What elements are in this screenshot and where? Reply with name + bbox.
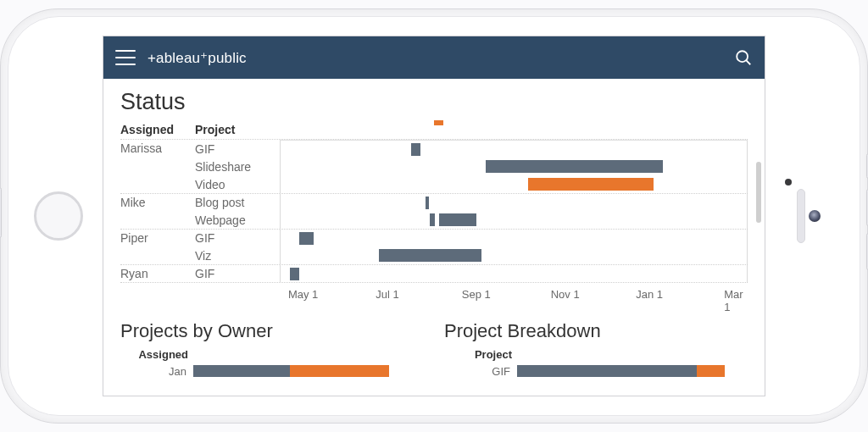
project-label: Webpage	[195, 213, 280, 227]
col-assigned: Assigned	[120, 348, 193, 361]
project-label: Blog post	[195, 196, 280, 209]
owner-row-label: Jan	[120, 365, 193, 378]
projects-by-owner-chart: Projects by Owner Assigned Jan	[120, 307, 424, 379]
gantt-bar[interactable]	[426, 197, 429, 209]
status-gantt-chart: Assigned Project Marissa GIF	[120, 120, 748, 303]
search-icon[interactable]	[734, 48, 753, 67]
app-topbar: +ableau⁺public	[103, 36, 765, 79]
owner-label: Mike	[120, 194, 195, 209]
svg-point-0	[737, 51, 748, 62]
bar-segment[interactable]	[697, 365, 725, 377]
col-assigned: Assigned	[120, 123, 195, 136]
x-axis: May 1 Jul 1 Sep 1 Nov 1 Jan 1 Mar 1	[280, 288, 748, 303]
project-label: GIF	[195, 231, 280, 245]
gantt-bar[interactable]	[411, 143, 420, 156]
status-title: Status	[120, 89, 748, 115]
gantt-bar[interactable]	[439, 213, 476, 226]
dashboard-content[interactable]: Status Assigned Project Marissa GIF	[103, 79, 765, 396]
home-button[interactable]	[34, 191, 83, 241]
menu-icon[interactable]	[115, 50, 136, 65]
svg-line-1	[746, 60, 750, 64]
gantt-bar[interactable]	[290, 268, 299, 280]
project-label: GIF	[195, 267, 280, 280]
phone-shell: +ableau⁺public Status Assigned Project	[0, 8, 868, 424]
gantt-bar[interactable]	[528, 178, 654, 191]
gantt-bar[interactable]	[486, 160, 663, 173]
axis-tick: Sep 1	[462, 288, 491, 301]
project-row-label: GIF	[444, 365, 517, 378]
project-label: Viz	[195, 249, 280, 263]
earpiece-speaker	[797, 189, 805, 243]
owner-label: Marissa	[120, 140, 195, 155]
col-project: Project	[444, 348, 517, 361]
project-label: Slideshare	[195, 160, 280, 174]
col-project: Project	[195, 123, 280, 136]
axis-tick: Nov 1	[551, 288, 580, 301]
owner-label: Piper	[120, 230, 195, 245]
breakdown-title: Project Breakdown	[444, 320, 748, 342]
project-label: GIF	[195, 142, 280, 156]
overflow-marker	[434, 120, 443, 125]
power-button	[0, 187, 2, 238]
gantt-bar[interactable]	[379, 249, 481, 262]
owner-label: Ryan	[120, 265, 195, 280]
brand-logo: +ableau⁺public	[147, 49, 247, 67]
axis-tick: Jan 1	[636, 288, 663, 301]
axis-tick: Mar 1	[724, 288, 743, 313]
project-label: Video	[195, 178, 280, 191]
gantt-bar[interactable]	[299, 232, 314, 245]
proximity-sensor	[785, 179, 792, 186]
front-camera	[809, 210, 821, 222]
by-owner-title: Projects by Owner	[120, 320, 424, 342]
project-breakdown-chart: Project Breakdown Project GIF	[444, 307, 748, 379]
bar-segment[interactable]	[193, 365, 290, 377]
phone-inner: +ableau⁺public Status Assigned Project	[8, 16, 860, 416]
bar-segment[interactable]	[290, 365, 389, 377]
scrollbar[interactable]	[756, 162, 761, 223]
axis-tick: Jul 1	[376, 288, 398, 301]
bar-segment[interactable]	[517, 365, 697, 377]
gantt-bar[interactable]	[430, 213, 435, 226]
screen: +ableau⁺public Status Assigned Project	[103, 36, 765, 396]
axis-tick: May 1	[288, 288, 318, 301]
